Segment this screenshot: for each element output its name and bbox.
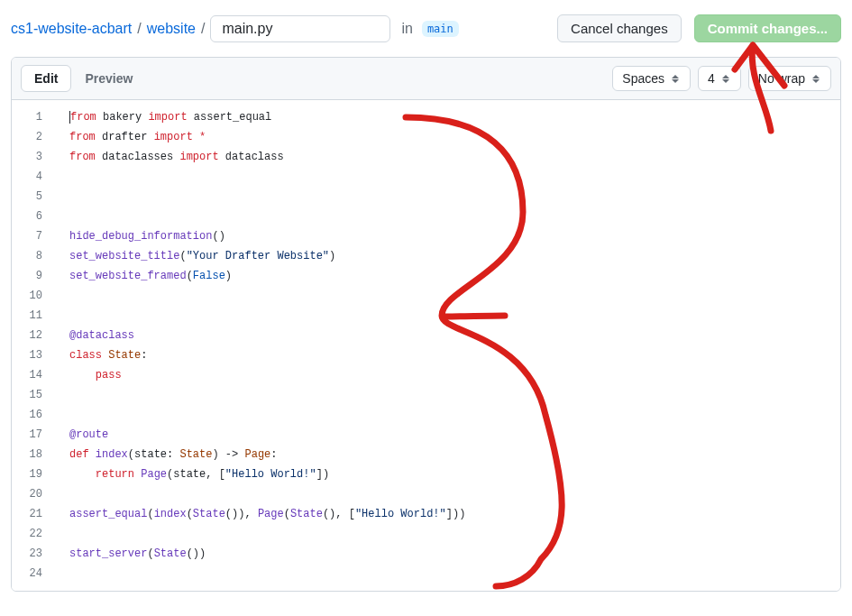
line-number: 20 <box>12 484 59 504</box>
filename-input[interactable] <box>210 15 390 42</box>
code-line[interactable]: set_website_title("Your Drafter Website"… <box>59 246 840 266</box>
line-number: 17 <box>12 425 59 445</box>
line-number: 10 <box>12 286 59 306</box>
line-gutter: 123456789101112131415161718192021222324 <box>12 100 59 591</box>
line-number: 14 <box>12 365 59 385</box>
code-line[interactable]: return Page(state, ["Hello World!"]) <box>59 464 840 484</box>
file-header: cs1-website-acbart / website / in main C… <box>0 0 852 57</box>
line-number: 19 <box>12 464 59 484</box>
line-number: 11 <box>12 306 59 326</box>
sort-icon <box>812 72 821 85</box>
breadcrumb-sep: / <box>201 21 205 37</box>
code-line[interactable]: from bakery import assert_equal <box>59 107 840 127</box>
code-line[interactable]: hide_debug_information() <box>59 226 840 246</box>
line-number: 18 <box>12 445 59 464</box>
wrap-select[interactable]: No wrap <box>748 66 831 91</box>
indent-mode-label: Spaces <box>622 71 664 86</box>
code-line[interactable] <box>59 306 840 326</box>
line-number: 15 <box>12 385 59 405</box>
code-line[interactable]: @route <box>59 425 840 445</box>
code-line[interactable]: @dataclass <box>59 326 840 345</box>
code-line[interactable]: start_server(State()) <box>59 544 840 564</box>
code-line[interactable] <box>59 167 840 187</box>
indent-mode-select[interactable]: Spaces <box>612 66 691 91</box>
line-number: 1 <box>12 107 59 127</box>
code-line[interactable]: def index(state: State) -> Page: <box>59 445 840 464</box>
breadcrumb-sep: / <box>137 21 141 37</box>
code-line[interactable]: assert_equal(index(State()), Page(State(… <box>59 504 840 524</box>
line-number: 2 <box>12 127 59 147</box>
line-number: 12 <box>12 326 59 345</box>
tab-preview[interactable]: Preview <box>71 65 146 92</box>
line-number: 4 <box>12 167 59 187</box>
wrap-label: No wrap <box>758 71 805 86</box>
indent-size-label: 4 <box>708 71 715 86</box>
line-number: 3 <box>12 147 59 167</box>
editor-toolbar: Edit Preview Spaces 4 No wrap <box>12 58 840 100</box>
line-number: 9 <box>12 266 59 286</box>
line-number: 7 <box>12 226 59 246</box>
sort-icon <box>672 72 681 85</box>
tab-edit[interactable]: Edit <box>21 65 71 92</box>
in-label: in <box>401 21 412 37</box>
code-line[interactable] <box>59 564 840 584</box>
code-line[interactable]: class State: <box>59 345 840 365</box>
code-line[interactable] <box>59 187 840 207</box>
code-line[interactable] <box>59 524 840 544</box>
code-line[interactable]: from drafter import * <box>59 127 840 147</box>
code-line[interactable] <box>59 286 840 306</box>
code-line[interactable] <box>59 207 840 226</box>
code-line[interactable] <box>59 484 840 504</box>
code-content[interactable]: from bakery import assert_equalfrom draf… <box>59 100 840 591</box>
line-number: 21 <box>12 504 59 524</box>
line-number: 16 <box>12 405 59 425</box>
code-line[interactable]: pass <box>59 365 840 385</box>
cancel-button[interactable]: Cancel changes <box>557 14 682 42</box>
breadcrumb-folder[interactable]: website <box>147 21 196 37</box>
line-number: 13 <box>12 345 59 365</box>
code-line[interactable]: set_website_framed(False) <box>59 266 840 286</box>
breadcrumb-root[interactable]: cs1-website-acbart <box>11 21 132 37</box>
code-editor[interactable]: 123456789101112131415161718192021222324 … <box>12 100 840 591</box>
code-line[interactable]: from dataclasses import dataclass <box>59 147 840 167</box>
code-line[interactable] <box>59 385 840 405</box>
line-number: 23 <box>12 544 59 564</box>
editor-panel: Edit Preview Spaces 4 No wrap 1234567891… <box>11 57 841 592</box>
branch-badge[interactable]: main <box>422 21 459 37</box>
breadcrumb: cs1-website-acbart / website / in main <box>11 15 459 42</box>
line-number: 8 <box>12 246 59 266</box>
sort-icon <box>722 72 731 85</box>
line-number: 6 <box>12 207 59 226</box>
line-number: 5 <box>12 187 59 207</box>
line-number: 24 <box>12 564 59 584</box>
commit-button[interactable]: Commit changes... <box>694 14 841 42</box>
indent-size-select[interactable]: 4 <box>698 66 741 91</box>
code-line[interactable] <box>59 405 840 425</box>
line-number: 22 <box>12 524 59 544</box>
